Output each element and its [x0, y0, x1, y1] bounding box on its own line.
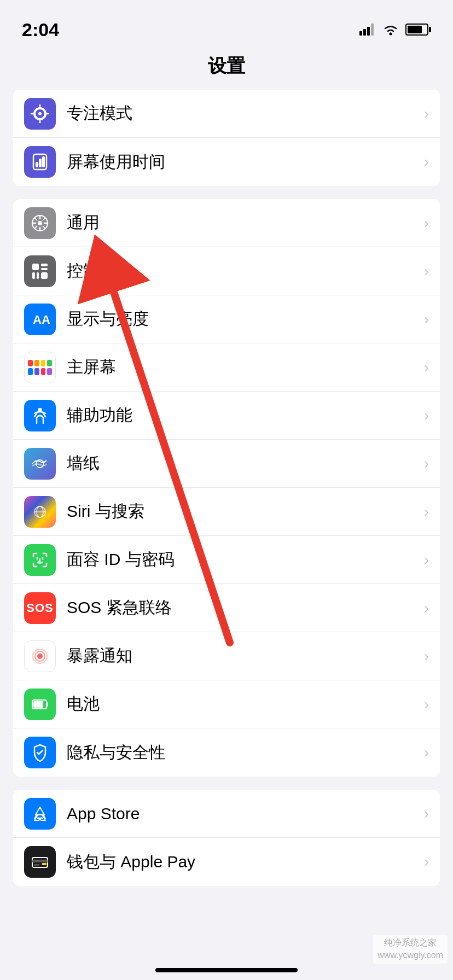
svg-rect-16 — [41, 272, 48, 279]
control-label: 控制中心 — [67, 260, 419, 282]
svg-rect-31 — [34, 864, 39, 866]
svg-rect-12 — [41, 264, 48, 266]
focus-chevron: › — [424, 105, 429, 122]
settings-item-sos[interactable]: SOS SOS 紧急联络 › — [13, 584, 440, 632]
faceid-label: 面容 ID 与密码 — [67, 549, 419, 571]
svg-rect-8 — [42, 156, 45, 167]
sos-icon: SOS — [24, 592, 56, 624]
screentime-label: 屏幕使用时间 — [67, 151, 419, 173]
exposure-icon — [24, 640, 56, 672]
svg-point-4 — [390, 33, 392, 36]
settings-item-control[interactable]: 控制中心 › — [13, 247, 440, 295]
settings-item-exposure[interactable]: 暴露通知 › — [13, 632, 440, 680]
svg-rect-14 — [32, 272, 35, 279]
system-settings-section: 通用 › 控制中心 › AA 显示与亮度 › — [13, 199, 440, 777]
control-chevron: › — [424, 262, 429, 280]
appstore-icon — [24, 798, 56, 830]
homescreen-chevron: › — [424, 359, 429, 376]
wifi-icon — [382, 24, 399, 36]
appstore-chevron: › — [424, 805, 429, 822]
battery-label: 电池 — [67, 693, 419, 715]
svg-point-10 — [38, 221, 42, 225]
display-icon: AA — [24, 304, 56, 335]
svg-rect-11 — [32, 264, 39, 270]
settings-item-faceid[interactable]: 面容 ID 与密码 › — [13, 536, 440, 584]
accessibility-chevron: › — [424, 407, 429, 424]
homescreen-label: 主屏幕 — [67, 356, 419, 378]
faceid-icon — [24, 544, 56, 576]
display-chevron: › — [424, 311, 429, 328]
settings-item-appstore[interactable]: App Store › — [13, 790, 440, 838]
settings-item-accessibility[interactable]: 辅助功能 › — [13, 392, 440, 440]
faceid-chevron: › — [424, 551, 429, 569]
apps-settings-section: App Store › 钱包与 Apple Pay › — [13, 790, 440, 886]
focus-icon — [24, 98, 56, 130]
general-label: 通用 — [67, 212, 419, 234]
settings-item-display[interactable]: AA 显示与亮度 › — [13, 295, 440, 343]
svg-rect-0 — [359, 31, 362, 36]
home-indicator — [155, 968, 298, 972]
watermark: 纯净系统之家 www.ycwgiy.com — [373, 935, 448, 964]
appstore-label: App Store — [67, 804, 419, 823]
svg-rect-30 — [42, 863, 47, 865]
settings-item-battery[interactable]: 电池 › — [13, 680, 440, 728]
sos-chevron: › — [424, 599, 429, 617]
settings-item-wallpaper[interactable]: 墙纸 › — [13, 440, 440, 488]
privacy-chevron: › — [424, 744, 429, 761]
svg-rect-6 — [36, 162, 38, 167]
exposure-label: 暴露通知 — [67, 645, 419, 667]
siri-chevron: › — [424, 503, 429, 521]
svg-rect-13 — [41, 268, 48, 270]
privacy-icon — [24, 737, 56, 768]
wallet-icon — [24, 846, 56, 878]
settings-item-siri[interactable]: Siri 与搜索 › — [13, 488, 440, 536]
wallpaper-label: 墙纸 — [67, 452, 419, 475]
svg-rect-7 — [39, 159, 42, 167]
settings-item-general[interactable]: 通用 › — [13, 199, 440, 247]
status-icons — [359, 24, 431, 36]
general-icon — [24, 207, 56, 239]
status-time: 2:04 — [22, 19, 59, 40]
svg-text:AA: AA — [33, 313, 50, 326]
battery-chevron: › — [424, 696, 429, 713]
svg-rect-1 — [363, 29, 366, 36]
svg-rect-27 — [47, 702, 48, 707]
focus-label: 专注模式 — [67, 102, 419, 125]
settings-item-screentime[interactable]: 屏幕使用时间 › — [13, 138, 440, 186]
privacy-label: 隐私与安全性 — [67, 742, 419, 764]
sos-label: SOS 紧急联络 — [67, 597, 419, 619]
general-chevron: › — [424, 214, 429, 232]
svg-point-22 — [37, 654, 43, 659]
accessibility-label: 辅助功能 — [67, 404, 419, 427]
svg-rect-26 — [33, 701, 43, 708]
signal-icon — [359, 24, 376, 36]
homescreen-icon — [24, 352, 56, 383]
wallet-chevron: › — [424, 853, 429, 871]
svg-rect-3 — [371, 24, 374, 36]
screentime-icon — [24, 146, 56, 178]
settings-item-focus[interactable]: 专注模式 › — [13, 90, 440, 138]
settings-item-homescreen[interactable]: 主屏幕 › — [13, 343, 440, 392]
screentime-chevron: › — [424, 153, 429, 171]
exposure-chevron: › — [424, 648, 429, 665]
wallpaper-icon — [24, 448, 56, 480]
siri-label: Siri 与搜索 — [67, 500, 419, 523]
svg-rect-2 — [367, 27, 370, 36]
control-icon — [24, 255, 56, 287]
top-settings-section: 专注模式 › 屏幕使用时间 › — [13, 90, 440, 186]
battery-settings-icon — [24, 689, 56, 720]
settings-item-wallet[interactable]: 钱包与 Apple Pay › — [13, 838, 440, 886]
wallpaper-chevron: › — [424, 455, 429, 472]
siri-icon — [24, 496, 56, 528]
svg-rect-15 — [37, 272, 39, 279]
battery-icon — [405, 24, 431, 36]
wallet-label: 钱包与 Apple Pay — [67, 851, 419, 873]
status-bar: 2:04 — [0, 0, 453, 48]
page-title: 设置 — [0, 48, 453, 90]
display-label: 显示与亮度 — [67, 308, 419, 330]
settings-item-privacy[interactable]: 隐私与安全性 › — [13, 728, 440, 777]
accessibility-icon — [24, 400, 56, 431]
